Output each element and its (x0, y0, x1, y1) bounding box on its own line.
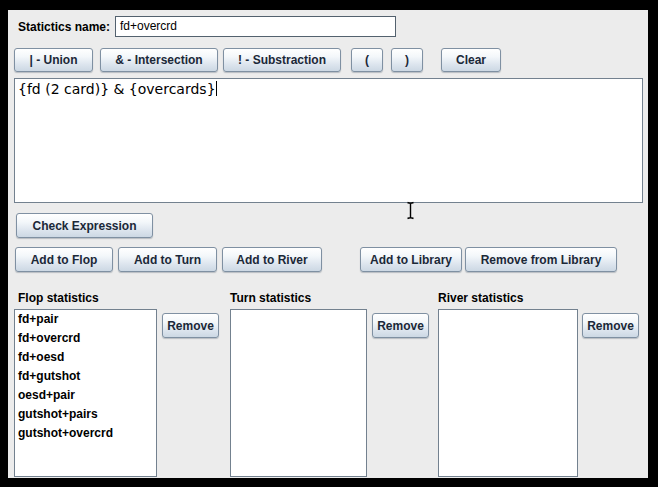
list-item[interactable]: fd+overcrd (15, 329, 156, 348)
flop-remove-button[interactable]: Remove (162, 313, 219, 338)
subtraction-button[interactable]: ! - Substraction (223, 48, 341, 72)
turn-remove-button[interactable]: Remove (372, 313, 429, 338)
intersection-button[interactable]: & - Intersection (100, 48, 218, 72)
statistics-name-input[interactable]: fd+overcrd (115, 16, 396, 37)
open-paren-button[interactable]: ( (351, 48, 383, 72)
list-item[interactable]: oesd+pair (15, 386, 156, 405)
expression-textarea[interactable]: {fd (2 card)} & {overcards} (14, 78, 643, 203)
river-statistics-list[interactable] (438, 309, 578, 477)
statistics-editor-panel: Statictics name: fd+overcrd | - Union & … (8, 10, 648, 478)
river-statistics-label: River statistics (438, 291, 523, 305)
statistics-name-label: Statictics name: (18, 20, 110, 34)
flop-statistics-list[interactable]: fd+pairfd+overcrdfd+oesdfd+gutshotoesd+p… (14, 309, 157, 477)
remove-from-library-button[interactable]: Remove from Library (465, 247, 617, 272)
list-item[interactable]: gutshot+pairs (15, 405, 156, 424)
ibeam-cursor (405, 201, 416, 220)
turn-statistics-label: Turn statistics (230, 291, 311, 305)
turn-statistics-list[interactable] (230, 309, 367, 477)
river-remove-button[interactable]: Remove (582, 313, 639, 338)
flop-statistics-label: Flop statistics (18, 291, 99, 305)
add-to-flop-button[interactable]: Add to Flop (15, 247, 113, 272)
union-button[interactable]: | - Union (14, 48, 93, 72)
clear-button[interactable]: Clear (441, 48, 501, 72)
list-item[interactable]: gutshot+overcrd (15, 424, 156, 443)
add-to-river-button[interactable]: Add to River (222, 247, 322, 272)
list-item[interactable]: fd+oesd (15, 348, 156, 367)
add-to-library-button[interactable]: Add to Library (360, 247, 462, 272)
list-item[interactable]: fd+gutshot (15, 367, 156, 386)
text-caret (216, 81, 217, 96)
window-frame: Statictics name: fd+overcrd | - Union & … (0, 0, 658, 487)
expression-text: {fd (2 card)} & {overcards} (18, 81, 216, 97)
add-to-turn-button[interactable]: Add to Turn (118, 247, 217, 272)
close-paren-button[interactable]: ) (391, 48, 423, 72)
list-item[interactable]: fd+pair (15, 310, 156, 329)
check-expression-button[interactable]: Check Expression (16, 213, 153, 238)
